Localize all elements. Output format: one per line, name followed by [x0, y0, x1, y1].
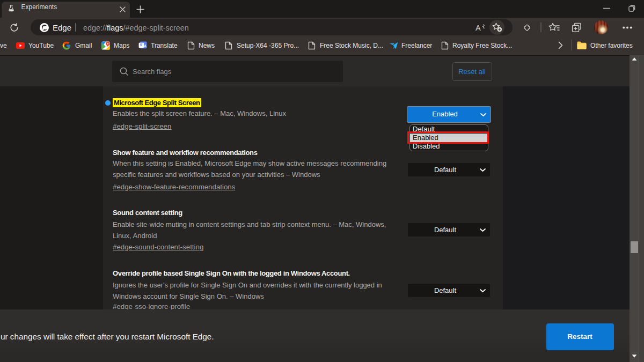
svg-text:A: A [475, 24, 481, 32]
